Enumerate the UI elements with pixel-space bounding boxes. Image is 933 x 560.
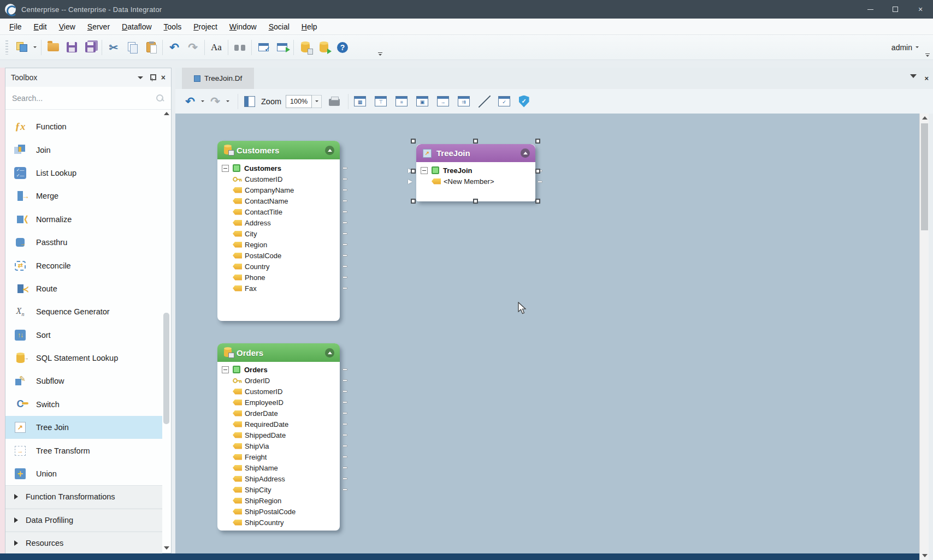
panel-splitter[interactable] <box>172 68 175 553</box>
field-row[interactable]: ShipCity <box>217 484 340 495</box>
collapse-all-button[interactable]: ⇉ <box>457 93 471 110</box>
toolbox-item-tree-join[interactable]: ↗Tree Join <box>5 416 162 439</box>
field-row[interactable]: ShipPostalCode <box>217 506 340 517</box>
output-port[interactable] <box>343 222 347 224</box>
toolbox-scrollbar[interactable] <box>162 112 170 552</box>
expand-all-button[interactable]: ▣ <box>415 93 429 110</box>
toolbox-group-data-profiling[interactable]: Data Profiling <box>5 509 162 532</box>
field-row[interactable]: RequiredDate <box>217 419 340 430</box>
toolbox-item-merge[interactable]: Merge <box>5 184 162 207</box>
output-port[interactable] <box>343 379 347 382</box>
selection-handle[interactable] <box>473 199 478 204</box>
field-row[interactable]: CustomerID <box>217 174 340 184</box>
tree-root-row[interactable]: TreeJoin <box>416 165 535 176</box>
menu-dataflow[interactable]: Dataflow <box>116 20 157 33</box>
toolbox-item-function[interactable]: ƒxFunction <box>5 115 162 138</box>
selection-handle[interactable] <box>411 199 416 204</box>
output-port[interactable] <box>343 254 347 257</box>
collapse-minus-icon[interactable] <box>421 167 428 174</box>
scroll-down-arrow[interactable] <box>164 546 169 550</box>
straight-links-button[interactable] <box>477 93 492 110</box>
toolbar-overflow-button-right[interactable] <box>925 53 930 57</box>
field-row[interactable]: ShipVia <box>217 440 340 451</box>
output-port[interactable] <box>343 488 347 491</box>
redo-button[interactable]: ↷ <box>184 38 202 57</box>
minimize-button[interactable] <box>858 0 883 19</box>
canvas-undo-dropdown[interactable] <box>199 93 206 110</box>
selection-handle[interactable] <box>535 169 540 174</box>
treejoin-node[interactable]: ↗ TreeJoin TreeJoin <New Member> <box>416 144 535 201</box>
output-port[interactable] <box>343 445 347 447</box>
toolbox-item-normalize[interactable]: Normalize <box>5 208 162 231</box>
open-button[interactable] <box>44 38 62 57</box>
field-row[interactable]: Freight <box>217 451 340 462</box>
output-port[interactable] <box>343 423 347 425</box>
toolbar-overflow-button[interactable] <box>378 52 382 56</box>
collapse-minus-icon[interactable] <box>222 366 229 373</box>
toolbox-group-resources[interactable]: Resources <box>5 532 162 555</box>
output-port[interactable] <box>343 412 347 414</box>
canvas-vertical-scrollbar[interactable] <box>919 114 929 560</box>
output-port[interactable] <box>343 200 347 202</box>
field-row[interactable]: Address <box>217 217 340 228</box>
field-row[interactable]: Country <box>217 261 340 272</box>
treejoin-node-header[interactable]: ↗ TreeJoin <box>416 144 535 162</box>
toolbox-item-tree-transform[interactable]: →Tree Transform <box>5 439 162 462</box>
toolbox-search-input[interactable] <box>12 94 156 103</box>
zoom-value-input[interactable]: 100% <box>286 95 312 108</box>
output-port[interactable] <box>343 287 347 289</box>
tab-list-dropdown-icon[interactable] <box>910 74 917 78</box>
selection-handle[interactable] <box>473 139 478 144</box>
selection-handle[interactable] <box>411 139 416 144</box>
font-button[interactable]: Aa <box>207 38 226 57</box>
output-port[interactable] <box>343 467 347 469</box>
menu-edit[interactable]: Edit <box>28 20 53 33</box>
scrollbar-thumb[interactable] <box>921 123 928 230</box>
field-row[interactable]: PostalCode <box>217 250 340 261</box>
toolbox-group-function-transformations[interactable]: Function Transformations <box>5 485 162 508</box>
menu-window[interactable]: Window <box>223 20 263 33</box>
selection-handle[interactable] <box>535 139 540 144</box>
float-panel-icon[interactable]: × <box>924 74 929 82</box>
scroll-down-arrow[interactable] <box>922 554 928 557</box>
canvas-redo-button[interactable]: ↷ <box>208 93 222 110</box>
layout-list-button[interactable]: ≡ <box>394 93 409 110</box>
toolbox-item-list-lookup[interactable]: ✓—✓—List Lookup <box>5 162 162 184</box>
menu-help[interactable]: Help <box>296 20 323 33</box>
tree-root-row[interactable]: Customers <box>217 163 340 174</box>
canvas-redo-dropdown[interactable] <box>225 93 231 110</box>
toolbox-item-passthru[interactable]: Passthru <box>5 231 162 254</box>
field-row[interactable]: EmployeeID <box>217 397 340 408</box>
customers-node-header[interactable]: Customers <box>217 141 340 159</box>
cut-button[interactable]: ✂ <box>104 38 123 57</box>
field-row[interactable]: ShipCountry <box>217 517 340 528</box>
output-port[interactable] <box>343 265 347 267</box>
toolbox-item-sql-statement-lookup[interactable]: SQL Statement Lookup <box>5 347 162 370</box>
toolbox-item-sequence-generator[interactable]: XnSequence Generator <box>5 300 162 323</box>
output-port[interactable] <box>343 390 347 392</box>
collapse-node-icon[interactable] <box>325 348 334 358</box>
selection-handle[interactable] <box>411 169 416 174</box>
field-row[interactable]: OrderID <box>217 375 340 386</box>
field-row[interactable]: ContactName <box>217 195 340 206</box>
database-run-button[interactable] <box>315 38 333 57</box>
pin-icon[interactable] <box>150 74 155 81</box>
output-port[interactable] <box>343 478 347 480</box>
menu-tools[interactable]: Tools <box>158 20 188 33</box>
selection-handle[interactable] <box>535 199 540 204</box>
maximize-button[interactable] <box>883 0 908 19</box>
field-row[interactable]: OrderDate <box>217 408 340 419</box>
paste-button[interactable] <box>141 38 160 57</box>
field-row[interactable]: ShipName <box>217 462 340 473</box>
toolbox-item-join[interactable]: Join <box>5 138 162 161</box>
toolbox-item-switch[interactable]: CSwitch <box>5 393 162 416</box>
copy-button[interactable] <box>123 38 141 57</box>
orders-node-header[interactable]: Orders <box>217 343 340 362</box>
output-port[interactable] <box>343 456 347 458</box>
output-port[interactable] <box>343 233 347 235</box>
toolbox-item-reconcile[interactable]: ⇄Reconcile <box>5 254 162 277</box>
field-row[interactable]: <New Member> <box>416 176 535 187</box>
field-row[interactable]: ShipAddress <box>217 473 340 484</box>
field-row[interactable]: City <box>217 228 340 239</box>
scroll-up-arrow[interactable] <box>164 112 169 115</box>
